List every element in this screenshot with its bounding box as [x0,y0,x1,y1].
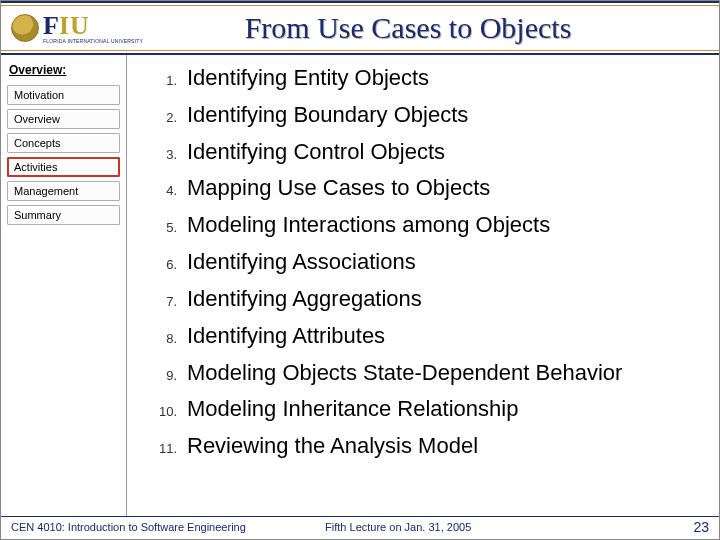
content: Identifying Entity Objects Identifying B… [127,55,719,516]
list-item: Identifying Attributes [147,323,691,350]
list-item: Modeling Inheritance Relationship [147,396,691,423]
list-item: Modeling Objects State-Dependent Behavio… [147,360,691,387]
sidebar-heading: Overview: [9,63,120,77]
list-item: Reviewing the Analysis Model [147,433,691,460]
list-item-text: Identifying Entity Objects [187,65,429,92]
slide: F IU FLORIDA INTERNATIONAL UNIVERSITY Fr… [0,0,720,540]
logo-letters-iu: IU [59,13,90,39]
list-item-text: Reviewing the Analysis Model [187,433,478,460]
logo: F IU FLORIDA INTERNATIONAL UNIVERSITY [11,13,143,44]
list-item-text: Identifying Control Objects [187,139,445,166]
list-item-text: Identifying Associations [187,249,416,276]
footer-page: 23 [576,519,709,535]
sidebar-item-management[interactable]: Management [7,181,120,201]
logo-text: F IU FLORIDA INTERNATIONAL UNIVERSITY [43,13,143,44]
list-item-text: Identifying Attributes [187,323,385,350]
list-item: Identifying Entity Objects [147,65,691,92]
footer: CEN 4010: Introduction to Software Engin… [1,517,719,539]
list-item: Identifying Boundary Objects [147,102,691,129]
sidebar-item-concepts[interactable]: Concepts [7,133,120,153]
list-item: Mapping Use Cases to Objects [147,175,691,202]
sidebar-item-summary[interactable]: Summary [7,205,120,225]
footer-lecture: Fifth Lecture on Jan. 31, 2005 [325,521,576,533]
crest-icon [11,14,39,42]
sidebar-item-motivation[interactable]: Motivation [7,85,120,105]
sidebar-item-activities[interactable]: Activities [7,157,120,177]
list-item: Identifying Associations [147,249,691,276]
list-item-text: Modeling Interactions among Objects [187,212,550,239]
list-item: Identifying Aggregations [147,286,691,313]
ordered-list: Identifying Entity Objects Identifying B… [147,65,691,460]
page-title: From Use Cases to Objects [143,11,713,45]
footer-course: CEN 4010: Introduction to Software Engin… [11,521,325,533]
sidebar: Overview: Motivation Overview Concepts A… [1,55,127,516]
list-item-text: Modeling Inheritance Relationship [187,396,518,423]
logo-subtext: FLORIDA INTERNATIONAL UNIVERSITY [43,39,143,44]
list-item-text: Identifying Boundary Objects [187,102,468,129]
list-item-text: Mapping Use Cases to Objects [187,175,490,202]
list-item: Identifying Control Objects [147,139,691,166]
body: Overview: Motivation Overview Concepts A… [1,55,719,517]
sidebar-item-overview[interactable]: Overview [7,109,120,129]
header-bar: F IU FLORIDA INTERNATIONAL UNIVERSITY Fr… [1,1,719,55]
list-item: Modeling Interactions among Objects [147,212,691,239]
logo-letter-f: F [43,13,59,39]
list-item-text: Modeling Objects State-Dependent Behavio… [187,360,622,387]
list-item-text: Identifying Aggregations [187,286,422,313]
